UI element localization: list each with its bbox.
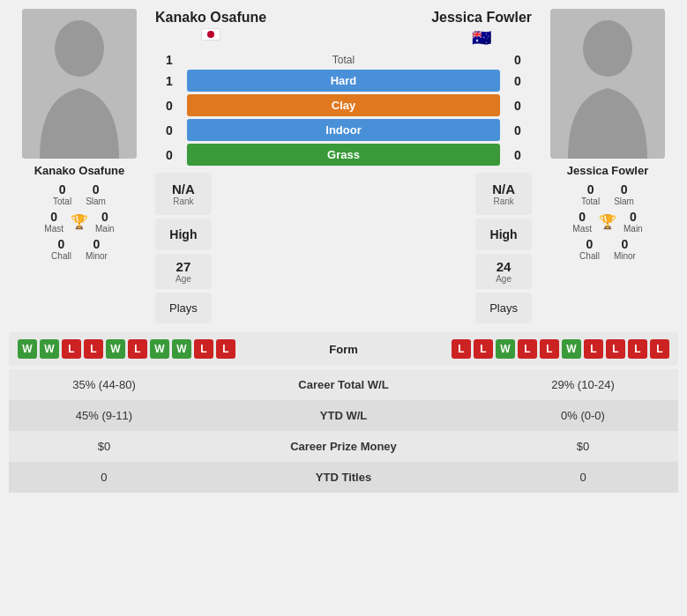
stat-right-value: 29% (10-24) <box>488 369 678 400</box>
player1-chall: 0 Chall <box>51 237 71 261</box>
player2-rank-label: Rank <box>489 197 518 206</box>
player2-name-center: Jessica Fowler <box>431 9 532 26</box>
player1-age-box: 27 Age <box>155 254 212 289</box>
form-badge: L <box>540 339 559 359</box>
form-badge: W <box>18 339 37 359</box>
player1-level-box: High <box>155 219 212 250</box>
form-badge: L <box>84 339 103 359</box>
player1-plays: Plays <box>169 301 198 315</box>
player2-stats-row2: 0 Chall 0 Minor <box>579 237 636 261</box>
player1-card: Kanako Osafune 0 Total 0 Slam 0 Mast 🏆 <box>9 9 150 323</box>
player2-level: High <box>489 227 518 241</box>
form-section: WWLLWLWWLL Form LLWLLWLLLL <box>9 332 678 366</box>
stat-label: YTD Titles <box>199 462 488 493</box>
stat-right-value: 0 <box>488 462 678 493</box>
stats-row: 45% (9-11)YTD W/L0% (0-0) <box>9 400 678 431</box>
player2-card: Jessica Fowler 0 Total 0 Slam 0 Mast 🏆 <box>537 9 678 323</box>
score-total-left: 1 <box>155 53 183 67</box>
score-hard-left: 1 <box>155 74 183 88</box>
player1-name: Kanako Osafune <box>34 164 125 177</box>
form-badge: L <box>194 339 213 359</box>
player2-mast: 0 Mast <box>572 210 592 234</box>
form-badge: L <box>606 339 625 359</box>
stat-label: YTD W/L <box>199 400 488 431</box>
svg-point-1 <box>55 20 104 77</box>
player1-stats-row2: 0 Chall 0 Minor <box>51 237 108 261</box>
player2-rank-value: N/A <box>489 182 518 197</box>
player1-avatar <box>22 9 137 159</box>
form-badge: W <box>40 339 59 359</box>
score-grass-right: 0 <box>504 148 532 162</box>
form-badge: L <box>62 339 81 359</box>
player2-total: 0 Total <box>581 182 600 206</box>
player2-level-box: High <box>475 219 532 250</box>
career-stats-table: 35% (44-80)Career Total W/L29% (10-24)45… <box>9 369 678 493</box>
form-badge: W <box>150 339 169 359</box>
player2-age-label: Age <box>489 274 518 284</box>
form-badge: L <box>650 339 669 359</box>
surface-hard-badge: Hard <box>187 70 500 92</box>
player2-name: Jessica Fowler <box>567 164 649 177</box>
player1-mast: 0 Mast <box>44 210 63 234</box>
player1-trophy-row: 0 Mast 🏆 0 Main <box>44 210 114 234</box>
player1-minor: 0 Minor <box>86 237 108 261</box>
player2-main: 0 Main <box>624 210 643 234</box>
center-col: Kanako Osafune Jessica Fowler 🇦🇺 <box>155 9 532 323</box>
stat-left-value: 35% (44-80) <box>9 369 199 400</box>
player2-stats-row1: 0 Total 0 Slam <box>581 182 634 206</box>
player1-age-label: Age <box>169 274 198 284</box>
player1-main: 0 Main <box>95 210 115 234</box>
form-badge: L <box>518 339 537 359</box>
form-badge: W <box>106 339 125 359</box>
player1-age-value: 27 <box>169 259 198 274</box>
svg-point-3 <box>583 20 632 77</box>
player1-name-center: Kanako Osafune <box>155 9 266 26</box>
score-indoor-right: 0 <box>504 123 532 137</box>
player2-minor: 0 Minor <box>614 237 636 261</box>
player1-level: High <box>169 227 198 241</box>
score-indoor-left: 0 <box>155 123 183 137</box>
stat-left-value: 45% (9-11) <box>9 400 199 431</box>
app-container: Kanako Osafune 0 Total 0 Slam 0 Mast 🏆 <box>0 0 687 501</box>
player1-total: 0 Total <box>53 182 71 206</box>
stats-row: 0YTD Titles0 <box>9 462 678 493</box>
surface-clay-badge: Clay <box>187 94 500 116</box>
main-row: Kanako Osafune 0 Total 0 Slam 0 Mast 🏆 <box>0 0 687 323</box>
stats-row: 35% (44-80)Career Total W/L29% (10-24) <box>9 369 678 400</box>
stat-left-value: $0 <box>9 431 199 462</box>
stats-row: $0Career Prize Money$0 <box>9 431 678 462</box>
form-badge: L <box>128 339 147 359</box>
score-hard-right: 0 <box>504 74 532 88</box>
player2-plays-box: Plays <box>475 293 532 323</box>
player2-avatar <box>550 9 665 159</box>
player2-slam: 0 Slam <box>614 182 634 206</box>
player1-plays-box: Plays <box>155 293 212 323</box>
player2-rank-box: N/A Rank <box>475 173 532 215</box>
score-clay-right: 0 <box>504 99 532 113</box>
total-label: Total <box>187 54 500 66</box>
form-label: Form <box>300 343 388 356</box>
player2-age-value: 24 <box>489 259 518 274</box>
stat-left-value: 0 <box>9 462 199 493</box>
stat-label: Career Prize Money <box>199 431 488 462</box>
form-badge: L <box>628 339 647 359</box>
surface-grass-badge: Grass <box>187 144 500 166</box>
score-total-right: 0 <box>504 53 532 67</box>
trophy-icon-right: 🏆 <box>599 213 616 230</box>
form-badge: L <box>474 339 493 359</box>
player1-rank-value: N/A <box>169 182 198 197</box>
player2-form-badges: LLWLLWLLLL <box>388 339 670 359</box>
player1-rank-label: Rank <box>169 197 198 206</box>
player1-stats-row1: 0 Total 0 Slam <box>53 182 106 206</box>
surface-indoor-badge: Indoor <box>187 119 500 141</box>
player1-slam: 0 Slam <box>86 182 106 206</box>
player2-age-box: 24 Age <box>475 254 532 289</box>
score-clay-left: 0 <box>155 99 183 113</box>
stat-right-value: $0 <box>488 431 678 462</box>
form-badge: W <box>562 339 581 359</box>
trophy-icon-left: 🏆 <box>71 213 88 230</box>
player2-chall: 0 Chall <box>579 237 600 261</box>
form-badge: W <box>172 339 191 359</box>
player2-trophy-row: 0 Mast 🏆 0 Main <box>572 210 642 234</box>
stat-right-value: 0% (0-0) <box>488 400 678 431</box>
